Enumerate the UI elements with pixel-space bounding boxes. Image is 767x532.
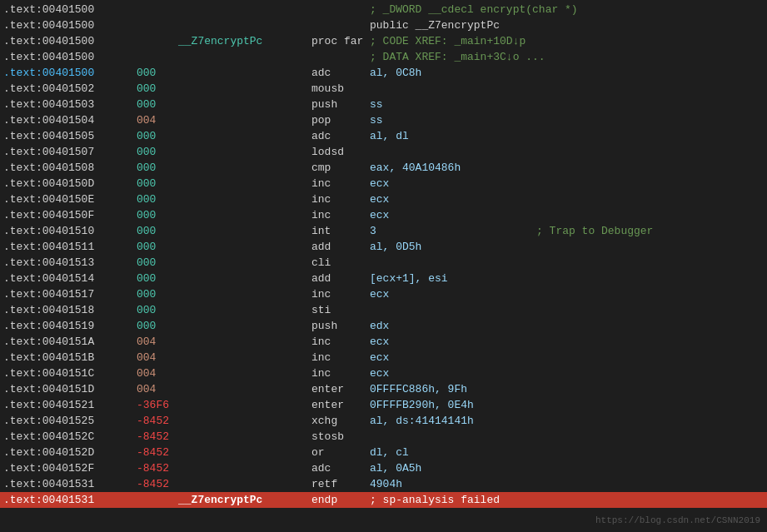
address: .text:00401500 [3,17,137,33]
operands: dl, cl [370,445,536,460]
address: .text:0040152F [3,460,137,476]
operands: ecx [370,334,536,350]
offset: -8452 [137,429,178,445]
label: __Z7encryptPc [178,33,311,49]
watermark: https://blog.csdn.net/CSNN2019 [595,515,760,525]
address: .text:00401531 [3,476,137,492]
comment: ; DATA XREF: _main+3C↓o ... [370,49,545,65]
operands: public __Z7encryptPc [370,17,536,33]
mnemonic: lodsd [311,144,370,160]
address: .text:00401502 [3,81,137,97]
operands: 3 [370,223,536,239]
disasm-line: .text:00401511000addal, 0D5h [0,239,767,255]
mnemonic: adc [311,65,370,81]
disasm-line: .text:00401531-8452retf4904h [0,476,767,492]
address: .text:00401519 [3,318,137,334]
offset: 000 [137,207,178,223]
disasm-line: .text:0040152D-8452ordl, cl [0,445,767,460]
mnemonic: inc [311,207,370,223]
mnemonic: inc [311,334,370,350]
disasm-line: .text:00401504004popss [0,112,767,128]
mnemonic: inc [311,286,370,302]
label: __Z7encryptPc [178,492,311,508]
offset: 000 [137,239,178,255]
address: .text:00401504 [3,112,137,128]
comment: ; CODE XREF: _main+10D↓p [370,33,525,49]
offset: 004 [137,365,178,381]
operands: ecx [370,286,536,302]
offset: -8452 [137,445,178,460]
operands: eax, 40A10486h [370,160,536,176]
disasm-line: .text:0040151D004enter0FFFFC886h, 9Fh [0,381,767,397]
mnemonic: push [311,97,370,112]
mnemonic: cmp [311,160,370,176]
address: .text:00401510 [3,223,137,239]
disasm-line: .text:00401514000add[ecx+1], esi [0,271,767,286]
disasm-line: .text:00401521-36F6enter0FFFFB290h, 0E4h [0,397,767,413]
disasm-line: .text:00401519000pushedx [0,318,767,334]
offset: 004 [137,350,178,365]
offset: 004 [137,334,178,350]
operands: 0FFFFC886h, 9Fh [370,381,536,397]
operands: al, ds:41414141h [370,413,536,429]
mnemonic: enter [311,381,370,397]
mnemonic: inc [311,365,370,381]
disassembly-view: .text:00401500; _DWORD __cdecl encrypt(c… [0,0,767,510]
mnemonic: mousb [311,81,370,97]
offset: 000 [137,286,178,302]
mnemonic: sti [311,302,370,318]
mnemonic: add [311,239,370,255]
offset: 000 [137,128,178,144]
mnemonic: or [311,445,370,460]
disasm-line: .text:00401500public __Z7encryptPc [0,17,767,33]
offset: -8452 [137,460,178,476]
mnemonic: proc far [311,33,370,49]
address: .text:00401521 [3,397,137,413]
address: .text:0040152D [3,445,137,460]
operands: al, 0D5h [370,239,536,255]
comment: ; _DWORD __cdecl encrypt(char *) [370,2,578,17]
disasm-line: .text:00401518000sti [0,302,767,318]
mnemonic: inc [311,350,370,365]
offset: 000 [137,144,178,160]
mnemonic: enter [311,397,370,413]
operands: ecx [370,350,536,365]
address: .text:0040151C [3,365,137,381]
operands: 0FFFFB290h, 0E4h [370,397,536,413]
offset: 000 [137,302,178,318]
operands: ss [370,97,536,112]
operands: al, 0A5h [370,460,536,476]
disasm-line: .text:00401505000adcal, dl [0,128,767,144]
disasm-line: .text:00401500000adcal, 0C8h [0,65,767,81]
offset: 000 [137,97,178,112]
disasm-line: .text:00401500; DATA XREF: _main+3C↓o ..… [0,49,767,65]
mnemonic: inc [311,191,370,207]
disasm-line: .text:00401500__Z7encryptPcproc far; COD… [0,33,767,49]
mnemonic: int [311,223,370,239]
offset: 000 [137,223,178,239]
offset: 000 [137,271,178,286]
offset: 000 [137,255,178,271]
operands: al, 0C8h [370,65,536,81]
offset: 004 [137,112,178,128]
address: .text:0040150E [3,191,137,207]
address: .text:0040151A [3,334,137,350]
operands: ecx [370,365,536,381]
address: .text:0040151B [3,350,137,365]
offset: 000 [137,65,178,81]
mnemonic: cli [311,255,370,271]
operands: ss [370,112,536,128]
offset: 004 [137,381,178,397]
operands: ; sp-analysis failed [370,492,536,508]
disasm-line: .text:0040150D000incecx [0,176,767,191]
operands: 4904h [370,476,536,492]
offset: -36F6 [137,397,178,413]
operands: [ecx+1], esi [370,271,536,286]
mnemonic: inc [311,176,370,191]
address: .text:00401508 [3,160,137,176]
mnemonic: adc [311,460,370,476]
address: .text:00401500 [3,65,137,81]
address: .text:00401517 [3,286,137,302]
operands: al, dl [370,128,536,144]
address: .text:00401505 [3,128,137,144]
